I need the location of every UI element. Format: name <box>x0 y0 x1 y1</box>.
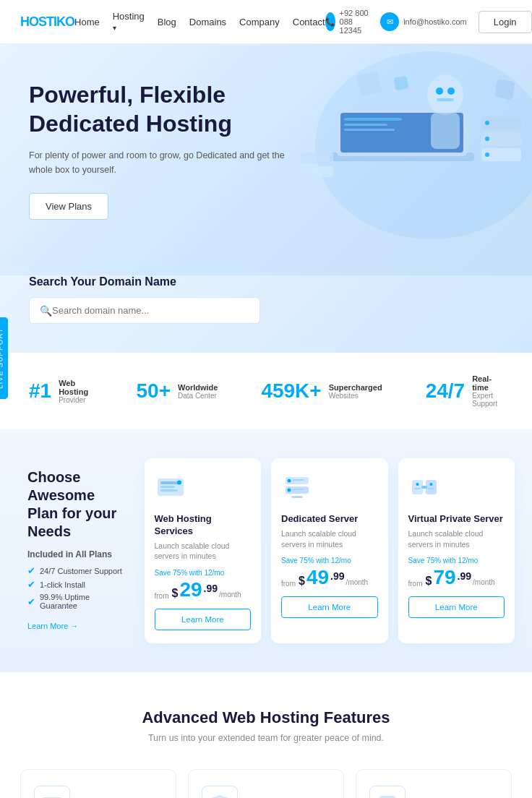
svg-rect-8 <box>431 113 460 149</box>
price-dollar-web: $ <box>172 587 179 600</box>
stat-number-1: #1 <box>29 379 51 403</box>
live-support-label: LIVE SUPPORT <box>0 327 4 389</box>
plan-save-vps: Save 75% with 12/mo <box>408 557 479 565</box>
nav-company[interactable]: Company <box>239 17 280 27</box>
nav-domains[interactable]: Domains <box>189 17 226 27</box>
stat-label-wrap-4: Real-time Expert Support <box>472 374 503 408</box>
nav-blog[interactable]: Blog <box>158 17 176 27</box>
check-icon-2: ✔ <box>27 579 35 590</box>
svg-rect-18 <box>301 153 333 163</box>
plan-desc-vps: Launch scalable cloud servers in minutes <box>408 528 505 549</box>
navbar: HOSTIKO Home Hosting Blog Domains Compan… <box>0 0 532 44</box>
feature-label-1: 24/7 Customer Support <box>40 567 122 575</box>
plan-name-vps: Virtual Private Server <box>408 513 503 525</box>
plan-name-dedicated: Dedicated Server <box>281 513 358 525</box>
nav-contact[interactable]: Contact <box>293 17 325 27</box>
price-dollar-vps: $ <box>426 575 432 588</box>
stat-label-wrap-2: Worldwide Data Center <box>178 383 218 400</box>
svg-point-10 <box>447 87 455 95</box>
hero-section: Powerful, Flexible Dedicated Hosting For… <box>0 44 532 275</box>
plan-name-web: Web Hosting Services <box>155 513 252 538</box>
dedicated-server-icon <box>281 471 313 503</box>
svg-rect-6 <box>344 129 395 131</box>
svg-point-7 <box>427 74 463 115</box>
svg-point-37 <box>416 483 419 486</box>
svg-point-30 <box>288 479 291 483</box>
login-button[interactable]: Login <box>479 11 532 33</box>
nav-right: 📞 +92 800 088 12345 ✉ info@hostiko.com L… <box>325 9 532 35</box>
plan-card-web-hosting: Web Hosting Services Launch scalable clo… <box>145 458 262 643</box>
domain-search-title: Search Your Domain Name <box>29 275 503 288</box>
nav-phone: 📞 +92 800 088 12345 <box>325 9 371 35</box>
logo-text: OSTIKO <box>29 14 74 29</box>
nav-home[interactable]: Home <box>74 17 100 27</box>
price-from-vps: from <box>408 580 423 588</box>
feature-card-3: </> Full Control Duis aute irure dolor i… <box>356 769 512 798</box>
price-period-dedicated: /month <box>346 578 369 586</box>
nav-hosting[interactable]: Hosting <box>113 11 145 33</box>
svg-rect-4 <box>344 118 402 121</box>
domain-search-input[interactable] <box>52 298 249 323</box>
svg-point-9 <box>436 87 443 95</box>
nav-links: Home Hosting Blog Domains Company Contac… <box>74 11 325 33</box>
email-icon: ✉ <box>380 12 399 31</box>
feature-label-3: 99.9% Uptime Guarantee <box>40 593 124 610</box>
plan-save-web: Save 75% with 12/mo <box>155 569 225 577</box>
plan-intro-learn-more[interactable]: Learn More → <box>27 622 124 630</box>
learn-more-web-button[interactable]: Learn More <box>155 609 252 630</box>
feature-2: ✔ 1-click Install <box>27 579 124 590</box>
price-int-web: 29 <box>179 580 202 600</box>
price-dec-vps: .99 <box>458 570 471 582</box>
stat-number-4: 24/7 <box>426 379 466 403</box>
learn-more-dedicated-button[interactable]: Learn More <box>281 596 378 618</box>
svg-rect-40 <box>428 488 434 489</box>
stat-label-wrap-3: Supercharged Websites <box>329 383 382 400</box>
learn-more-vps-button[interactable]: Learn More <box>408 596 505 618</box>
stat-label-wrap-1: Web Hosting Provider <box>59 379 93 404</box>
svg-rect-35 <box>412 480 423 494</box>
hero-title: Powerful, Flexible Dedicated Hosting <box>29 80 289 138</box>
svg-rect-11 <box>437 98 454 101</box>
plan-intro-title: Choose Awesome Plan for your Needs <box>27 468 124 541</box>
svg-rect-41 <box>421 486 427 489</box>
plan-icon-dedicated <box>281 471 313 506</box>
check-icon-3: ✔ <box>27 596 35 607</box>
price-from-dedicated: from <box>281 580 296 588</box>
svg-rect-21 <box>494 79 515 100</box>
plan-card-dedicated: Dedicated Server Launch scalable cloud s… <box>271 458 388 643</box>
plan-save-dedicated: Save 75% with 12/mo <box>281 557 351 565</box>
feature-card-2: Top-notch Security Excepteur sint occaec… <box>188 769 344 798</box>
svg-rect-19 <box>301 166 333 177</box>
price-int-dedicated: 49 <box>306 567 329 588</box>
stat-number-2: 50+ <box>136 379 171 403</box>
feature-3: ✔ 99.9% Uptime Guarantee <box>27 593 124 610</box>
view-plans-button[interactable]: View Plans <box>29 193 108 220</box>
svg-rect-22 <box>394 76 408 90</box>
svg-rect-34 <box>291 496 303 498</box>
plan-desc-dedicated: Launch scalable cloud servers in minutes <box>281 528 378 549</box>
svg-rect-33 <box>293 489 304 490</box>
stat-label-4: Real-time <box>472 374 503 392</box>
plans-section: Choose Awesome Plan for your Needs Inclu… <box>0 429 532 672</box>
feature-card-1: Dedicated Resources Duis aute irure dolo… <box>20 769 176 798</box>
plan-price-vps: from $ 79 .99 /month <box>408 567 495 588</box>
features-title: Advanced Web Hosting Features <box>20 708 512 727</box>
plans-grid: Choose Awesome Plan for your Needs Inclu… <box>17 458 515 643</box>
plan-icon-vps <box>408 471 440 506</box>
price-from-web: from <box>155 592 169 600</box>
phone-number: +92 800 088 12345 <box>340 9 371 35</box>
full-control-icon: </> <box>377 793 398 798</box>
svg-point-15 <box>485 121 489 125</box>
features-grid: Dedicated Resources Duis aute irure dolo… <box>20 769 512 798</box>
svg-rect-26 <box>160 489 178 492</box>
stat-sub-2: Data Center <box>178 392 218 400</box>
stats-bar: #1 Web Hosting Provider 50+ Worldwide Da… <box>0 353 532 429</box>
hero-svg <box>272 44 532 254</box>
svg-point-31 <box>288 489 291 492</box>
dedicated-resources-icon <box>41 793 63 798</box>
live-support-tab[interactable]: LIVE SUPPORT <box>0 317 8 399</box>
svg-rect-36 <box>426 480 437 494</box>
stat-label-1: Web Hosting <box>59 379 93 396</box>
logo-highlight: H <box>20 14 29 29</box>
price-dec-dedicated: .99 <box>330 570 344 582</box>
